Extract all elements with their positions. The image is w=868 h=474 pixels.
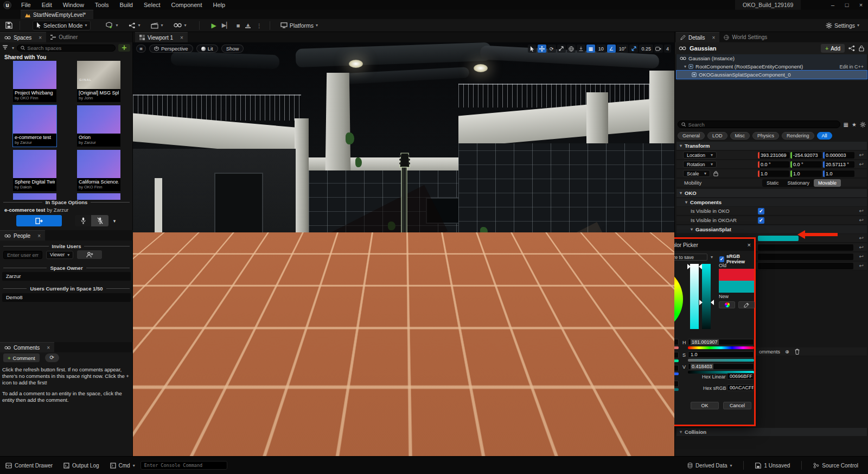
v-channel-field[interactable]: 0.418403 [688,363,754,370]
ok-button[interactable]: OK [691,402,719,409]
value-handle[interactable] [711,300,714,305]
details-search[interactable] [678,121,840,128]
grid-snap-value[interactable]: 10 [596,45,606,53]
perspective-dropdown[interactable]: Perspective [149,45,193,53]
space-card[interactable]: Orionby Zarzur [77,105,120,147]
menu-build[interactable]: Build [114,2,138,8]
tab-details[interactable]: Details × [676,32,719,42]
expand-caret-icon[interactable]: ▾ [684,64,686,69]
surface-snap-icon[interactable] [577,45,585,53]
mobility-static[interactable]: Static [762,180,783,186]
menu-file[interactable]: File [16,2,36,8]
h-channel-field[interactable]: 181.001907 [688,339,754,345]
play-options-kebab[interactable]: ⋮ [256,22,262,29]
reset-icon[interactable]: ↩ [859,217,864,223]
details-settings-gear-icon[interactable] [860,122,866,128]
tab-world-settings[interactable]: World Settings [719,32,771,42]
value-handle[interactable] [699,300,703,305]
blueprints-button[interactable]: ▾ [125,21,143,30]
move-tool-icon[interactable] [538,45,546,53]
selection-mode-dropdown[interactable]: Selection Mode▾ [33,21,91,30]
skip-frame-button[interactable]: ▶▏ [222,22,231,29]
eject-button[interactable]: ▲ [245,22,251,28]
filter-all[interactable]: All [817,132,832,140]
favorites-star-icon[interactable]: ★ [852,122,857,128]
cmd-dropdown[interactable]: Cmd▾ [105,457,141,474]
property-field[interactable] [758,244,853,251]
scale-lock-icon[interactable] [713,170,718,176]
space-card[interactable]: Sphere Digital Twinby Daksh [13,150,56,191]
tab-comments[interactable]: Comments × [0,342,54,352]
saturation-handle[interactable] [687,264,691,269]
level-tab[interactable]: StartNewEmptyLevel* [21,10,93,19]
close-people-tab-icon[interactable]: × [37,233,41,239]
scale-dropdown[interactable]: Scale▾ [683,170,710,177]
tree-row-root-component[interactable]: ▾ RootComponent (RootSpaceEntityComponen… [676,62,867,71]
reset-icon[interactable]: ↩ [859,235,864,241]
add-comment-circle-icon[interactable]: ⊕ [785,349,789,355]
components-section-header[interactable]: ▾Components [676,198,867,206]
tab-spaces[interactable]: Spaces × [0,32,46,42]
b-channel-field[interactable]: 0.418403 [618,365,679,371]
scale-tool-icon[interactable] [557,45,566,53]
spaces-search-input[interactable] [27,45,112,51]
invite-user-button[interactable] [77,250,102,259]
settings-dropdown[interactable]: Settings▾ [822,21,863,30]
lit-dropdown[interactable]: Lit [196,45,218,53]
filter-general[interactable]: General [678,132,705,140]
mic-options-caret[interactable]: ▾ [108,218,120,224]
close-button[interactable]: × [854,0,868,10]
cinematics-button[interactable]: ▾ [148,21,166,30]
splat-color-swatch[interactable] [758,236,799,241]
reset-icon[interactable]: ↩ [859,263,864,269]
close-comments-tab-icon[interactable]: × [47,345,50,351]
s-channel-field[interactable]: 1.0 [688,351,754,358]
rotation-snap-value[interactable]: 10° [617,45,629,53]
menu-window[interactable]: Window [58,2,90,8]
saturation-slider[interactable] [690,264,699,329]
close-viewport-tab-icon[interactable]: × [180,35,183,41]
reset-icon[interactable]: ↩ [859,208,864,214]
scale-x-field[interactable]: 1.0 [758,170,789,177]
play-button[interactable]: ▶ [211,22,216,29]
filter-physics[interactable]: Physics [752,132,779,140]
menu-edit[interactable]: Edit [36,2,58,8]
viewport-options-menu[interactable]: ≡ [136,45,146,53]
reset-icon[interactable]: ↩ [859,244,864,250]
rotate-tool-icon[interactable]: ⟳ [547,45,556,53]
select-tool-icon[interactable] [528,45,537,53]
h-channel-slider[interactable] [688,346,754,349]
r-channel-field[interactable]: 0.0 [618,339,679,345]
location-x-field[interactable]: 393.231069 [758,152,789,159]
unsaved-button[interactable]: 1 Unsaved [750,463,795,469]
close-details-tab-icon[interactable]: × [712,35,716,41]
maximize-button[interactable]: □ [840,0,854,10]
user-row[interactable]: Demo8 [2,293,131,302]
menu-component[interactable]: Component [166,2,208,8]
grid-snap-icon[interactable]: ▦ [586,45,595,53]
scale-y-field[interactable]: 1.0 [790,170,822,177]
a-channel-slider[interactable] [618,388,679,391]
hex-srgb-field[interactable]: 00ACACFF [727,384,754,391]
output-log-button[interactable]: Output Log [58,457,104,474]
invite-email-field[interactable] [3,251,42,259]
property-field[interactable] [758,263,853,269]
console-command-field[interactable] [141,461,227,470]
mobility-movable[interactable]: Movable [814,179,841,187]
mic-on-button[interactable] [75,215,91,226]
trash-icon[interactable] [795,349,800,355]
hex-linear-field[interactable]: 00696BFF [727,373,754,380]
advanced-toggle[interactable]: ▾Advanced [614,332,642,337]
refresh-comments-button[interactable]: ⟳ [45,353,59,362]
filter-icon[interactable] [2,45,9,50]
world-space-icon[interactable] [567,45,576,53]
add-component-button[interactable]: +Add [821,44,845,53]
transform-gizmo[interactable] [393,287,420,325]
menu-help[interactable]: Help [207,2,231,8]
spaces-search[interactable] [17,45,116,52]
add-actor-button[interactable]: ▾ [103,21,121,30]
old-color-swatch[interactable] [719,269,754,281]
mic-muted-button[interactable] [91,215,108,226]
reset-location-icon[interactable]: ↩ [859,152,864,158]
save-button[interactable] [2,21,16,30]
